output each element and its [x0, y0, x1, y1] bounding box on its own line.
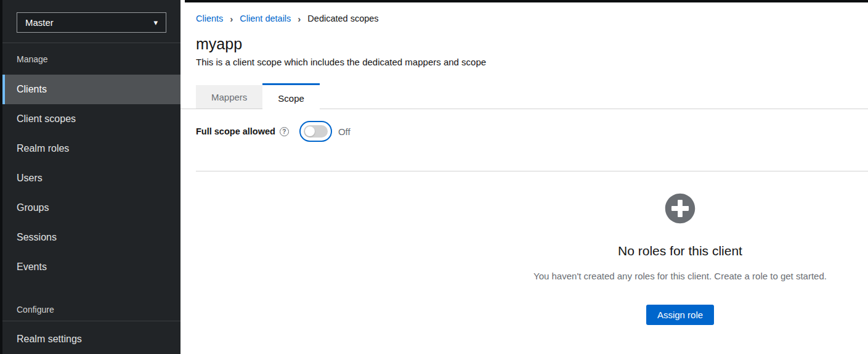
- sidebar: Master ▾ Manage Clients Client scopes Re…: [0, 0, 180, 354]
- sidebar-item-groups[interactable]: Groups: [2, 193, 180, 223]
- full-scope-allowed-toggle[interactable]: [299, 121, 332, 142]
- sidebar-divider: [2, 321, 180, 321]
- sidebar-item-events[interactable]: Events: [2, 252, 180, 282]
- toggle-track: [304, 125, 328, 138]
- full-scope-allowed-label: Full scope allowed: [196, 126, 275, 136]
- plus-circle-icon: [665, 193, 696, 224]
- chevron-down-icon: ▾: [153, 18, 158, 27]
- sidebar-divider: [2, 43, 180, 43]
- tab-scope[interactable]: Scope: [262, 83, 320, 111]
- tab-mappers[interactable]: Mappers: [196, 85, 262, 109]
- realm-selector-dropdown[interactable]: Master ▾: [17, 12, 166, 33]
- realm-selector-label: Master: [25, 17, 54, 28]
- nav-section-configure-title: Configure: [17, 305, 54, 315]
- empty-state: No roles for this client You haven't cre…: [446, 193, 868, 325]
- configure-nav-list: Realm settings: [2, 324, 180, 354]
- manage-nav-list: Clients Client scopes Realm roles Users …: [2, 75, 180, 282]
- breadcrumb-link-clients[interactable]: Clients: [196, 14, 223, 23]
- sidebar-item-realm-settings[interactable]: Realm settings: [2, 324, 180, 354]
- breadcrumb-current-dedicated-scopes: Dedicated scopes: [307, 14, 378, 23]
- sidebar-item-sessions[interactable]: Sessions: [2, 223, 180, 252]
- toggle-knob: [305, 126, 315, 136]
- section-divider: [196, 171, 868, 171]
- empty-state-description: You haven't created any roles for this c…: [446, 271, 868, 281]
- assign-role-button[interactable]: Assign role: [646, 305, 714, 325]
- masthead-edge: [185, 0, 868, 2]
- tab-bar: Mappers Scope: [196, 83, 320, 111]
- empty-state-title: No roles for this client: [446, 244, 868, 258]
- question-circle-icon[interactable]: ?: [280, 127, 289, 136]
- toggle-state-label: Off: [338, 126, 351, 137]
- breadcrumb: Clients › Client details › Dedicated sco…: [196, 14, 379, 23]
- sidebar-item-client-scopes[interactable]: Client scopes: [2, 104, 180, 134]
- full-scope-allowed-row: Full scope allowed ? Off: [196, 121, 351, 142]
- chevron-right-icon: ›: [298, 14, 301, 23]
- sidebar-item-realm-roles[interactable]: Realm roles: [2, 134, 180, 163]
- main-content: Clients › Client details › Dedicated sco…: [180, 0, 868, 354]
- sidebar-item-clients[interactable]: Clients: [2, 75, 180, 104]
- nav-section-manage-title: Manage: [17, 54, 48, 64]
- sidebar-item-users[interactable]: Users: [2, 163, 180, 193]
- breadcrumb-link-client-details[interactable]: Client details: [240, 14, 291, 23]
- page-subtitle: This is a client scope which includes th…: [196, 57, 486, 67]
- chevron-right-icon: ›: [230, 14, 233, 23]
- page-title: myapp: [196, 35, 242, 53]
